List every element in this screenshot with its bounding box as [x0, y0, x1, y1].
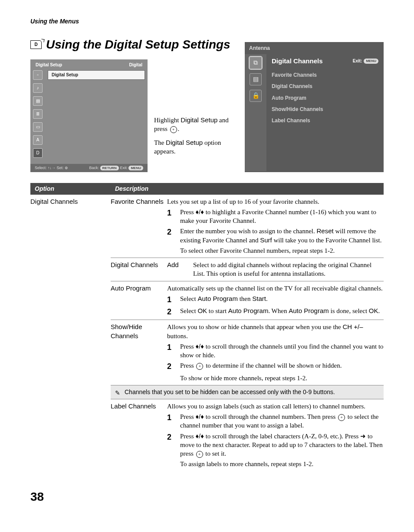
ss-icon-channel: ≣ — [33, 109, 43, 119]
antenna-title: Antenna — [245, 42, 384, 54]
updown-arrow-icon: ♦/♦ — [195, 413, 204, 420]
note-row: Channels that you set to be hidden can b… — [111, 385, 384, 399]
antenna-item: Show/Hide Channels — [272, 106, 378, 113]
enter-icon: + — [196, 363, 203, 370]
auto-program-desc: Automatically sets up the channel list o… — [167, 284, 384, 317]
table-header: Option Description — [30, 183, 384, 195]
note-icon — [115, 389, 122, 395]
antenna-icon-tv: ⧉ — [250, 57, 262, 69]
antenna-item: Digital Channels — [272, 83, 378, 90]
digital-channels-desc: Add Select to add digital channels witho… — [167, 261, 384, 278]
ss-icon-picture: ▫ — [33, 70, 43, 80]
updown-arrow-icon: ♦/♦ — [195, 432, 204, 440]
breadcrumb: Using the Menus — [30, 17, 384, 26]
enter-icon: + — [338, 414, 345, 421]
ss-header-right: Digital — [129, 62, 142, 68]
favorite-channels-desc: Lets you set up a list of up to 16 of yo… — [167, 197, 384, 255]
updown-arrow-icon: ♦/♦ — [195, 208, 204, 215]
digital-setup-screenshot: Digital Setup Digital ▫ ♪ ▤ ≣ ▭ A D Digi… — [30, 59, 148, 172]
updown-arrow-icon: ♦/♦ — [195, 343, 204, 350]
header-description: Description — [111, 183, 384, 195]
ss-icon-sound: ♪ — [33, 83, 43, 93]
ss-header-left: Digital Setup — [36, 62, 62, 68]
ss-icon-analog: A — [33, 135, 43, 145]
ss-icon-screen: ▤ — [33, 96, 43, 106]
enter-icon: + — [170, 126, 177, 133]
label-channels-desc: Allows you to assign labels (such as sta… — [167, 402, 384, 469]
ss-selected-item: Digital Setup — [48, 70, 145, 80]
header-option: Option — [30, 183, 111, 195]
page-title: Using the Digital Setup Settings — [46, 36, 230, 53]
antenna-heading: Digital Channels — [272, 57, 323, 65]
ss-icon-digital: D — [33, 148, 43, 158]
digital-channels-label: Digital Channels — [111, 261, 167, 278]
favorite-channels-label: Favorite Channels — [111, 197, 167, 255]
show-hide-desc: Allows you to show or hide channels that… — [167, 323, 384, 382]
enter-icon: + — [196, 451, 203, 458]
ss-footer-right: Back: RETURN Exit: MENU — [89, 165, 143, 171]
antenna-icon-list: ▤ — [250, 73, 262, 85]
right-arrow-icon: ➜ — [360, 432, 366, 440]
ss-icon-parent: ▭ — [33, 122, 43, 132]
auto-program-label: Auto Program — [111, 284, 167, 317]
digital-setup-icon: D — [30, 40, 42, 49]
antenna-exit: Exit: MENU — [353, 58, 378, 64]
middle-instructions: Highlight Digital Setup and press +. The… — [154, 59, 238, 156]
show-hide-label: Show/Hide Channels — [111, 323, 167, 382]
option-cell: Digital Channels — [30, 195, 111, 471]
page-number: 38 — [30, 489, 384, 505]
antenna-item: Favorite Channels — [272, 72, 378, 78]
antenna-item: Label Channels — [272, 117, 378, 124]
ss-footer-left: Select: ↑↓→ Set: ⊕ — [35, 165, 68, 171]
antenna-icon-lock: 🔒 — [250, 90, 262, 102]
antenna-item: Auto Program — [272, 95, 378, 101]
antenna-screenshot: Antenna ⧉ ▤ 🔒 Digital Channels Exit: MEN… — [245, 42, 384, 172]
label-channels-label: Label Channels — [111, 402, 167, 469]
